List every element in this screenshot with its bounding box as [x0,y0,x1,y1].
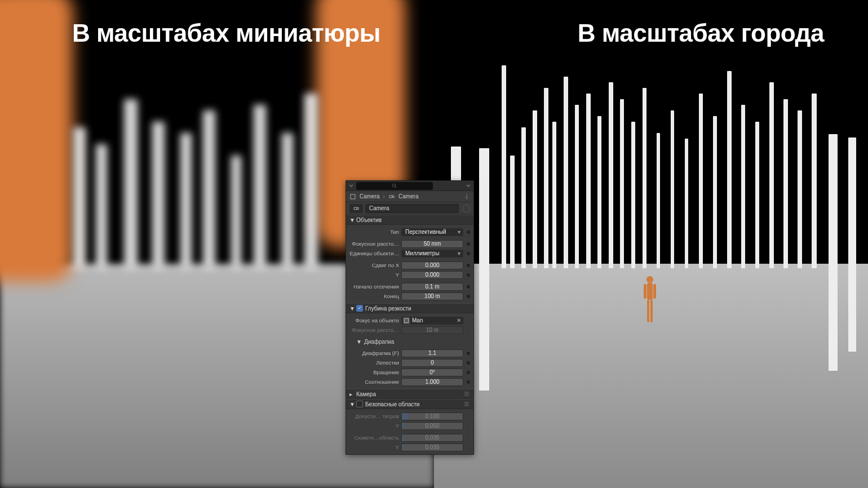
preset-icon[interactable] [463,391,470,397]
label-focus-distance: Фокусное рассто… [349,327,399,333]
safe-areas-enable-checkbox[interactable] [356,401,363,407]
cube-icon [349,193,356,200]
label-focus-object: Фокус на объекте [349,317,399,323]
search-input[interactable] [356,182,433,190]
shift-x-input[interactable]: 0.000 [401,261,463,269]
fake-user-toggle[interactable] [462,205,470,212]
ratio-input[interactable]: 1.000 [401,378,463,386]
label-ratio: Соотношение [349,379,399,385]
preset-icon[interactable] [463,401,470,407]
label-blades: Лепестки [349,360,399,366]
anim-dot[interactable] [467,352,470,355]
anim-dot[interactable] [467,230,470,234]
sub-header-aperture[interactable]: ▼ Диафрагма [346,337,473,346]
clear-focus-button[interactable]: ✕ [457,317,461,323]
anim-dot[interactable] [467,252,470,255]
label-focal: Фокусное рассто… [349,241,399,247]
clip-end-input[interactable]: 100 m [401,292,463,300]
label-rotation: Вращение [349,369,399,375]
svg-point-6 [393,184,396,187]
lens-type-dropdown[interactable]: Перспективный ▾ [401,228,463,236]
anim-dot[interactable] [467,285,470,289]
label-clip-start: Начало отсечения [349,283,399,290]
section-header-dof[interactable]: ▼ Глубина резкости [346,303,473,313]
section-header-safe-areas[interactable]: ▼ Безопасные области [346,399,473,409]
options-chevron-icon[interactable] [466,183,471,189]
blades-input[interactable]: 0 [401,359,463,367]
svg-rect-8 [351,194,355,199]
label-type: Тип [349,229,399,235]
chevron-down-icon[interactable] [348,183,354,189]
action-safe-y-input: 0.035 [401,443,463,451]
dof-enable-checkbox[interactable] [356,305,363,312]
svg-point-0 [646,276,653,283]
label-lens-unit: Единицы объекти… [349,250,399,256]
anim-dot[interactable] [467,380,470,384]
camera-properties-panel: Camera › Camera Camera ▼ Объектив Тип [346,180,474,455]
action-safe-x-input: 0.035 [401,434,463,442]
label-action-safe: Сюжетн…область [349,434,399,441]
focus-distance-input: 10 m [401,326,463,334]
svg-rect-1 [647,283,653,300]
label-title-safe: Допусти… титров [349,413,399,419]
caption-right: В масштабах города [578,19,824,47]
search-icon [392,183,397,189]
shift-y-input[interactable]: 0.000 [401,271,463,279]
fstop-input[interactable]: 1.1 [401,349,463,357]
label-clip-end: Конец [349,293,399,299]
lens-unit-dropdown[interactable]: Миллиметры ▾ [401,250,463,258]
datablock-selector[interactable] [349,204,363,213]
section-header-lens[interactable]: ▼ Объектив [346,215,473,225]
svg-line-7 [395,187,396,188]
anim-dot[interactable] [467,273,470,277]
anim-dot[interactable] [467,371,470,374]
title-safe-x-input: 0.100 [401,412,463,420]
datablock-name-input[interactable]: Camera [365,204,459,213]
title-safe-y-input: 0.050 [401,422,463,430]
svg-rect-5 [650,300,653,322]
human-figure [643,275,657,326]
rotation-input[interactable]: 0° [401,369,463,376]
label-action-safe-y: Y [349,444,399,450]
svg-rect-3 [653,284,656,299]
svg-rect-9 [405,318,409,322]
section-header-camera[interactable]: ▸ Камера [346,389,473,399]
svg-rect-2 [644,284,646,299]
anim-dot[interactable] [467,242,470,246]
label-shift-y: Y [349,272,399,278]
pin-icon[interactable] [463,193,470,200]
svg-rect-4 [647,300,649,322]
anim-dot [467,415,470,418]
anim-dot[interactable] [467,264,470,267]
breadcrumb: Camera › Camera [346,191,473,202]
focal-length-input[interactable]: 50 mm [401,240,463,248]
mesh-icon [403,317,410,324]
breadcrumb-data[interactable]: Camera [398,193,419,199]
anim-dot [467,446,470,449]
anim-dot[interactable] [467,361,470,365]
render-right [434,0,868,488]
anim-dot [467,329,470,332]
label-title-safe-y: Y [349,423,399,429]
clip-start-input[interactable]: 0.1 m [401,283,463,291]
anim-dot[interactable] [467,295,470,298]
camera-icon [388,193,395,200]
label-shift-x: Сдвиг по X [349,262,399,268]
focus-object-picker[interactable]: Man ✕ [401,317,463,325]
anim-dot [467,436,470,440]
label-fstop: Диафрагма (F) [349,350,399,356]
caption-left: В масштабах миниатюры [72,19,380,47]
anim-dot [467,424,470,428]
anim-dot[interactable] [467,319,470,322]
breadcrumb-object[interactable]: Camera [360,193,380,199]
